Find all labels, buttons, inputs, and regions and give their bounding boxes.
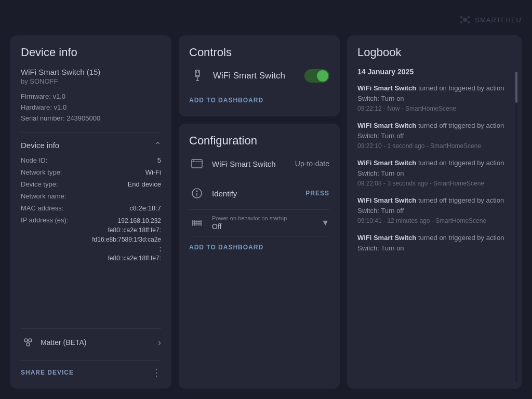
switch-label: WiFi Smart Switch <box>213 71 297 81</box>
svg-point-4 <box>468 21 470 24</box>
mac-label: MAC address: <box>21 204 63 212</box>
log-device-1: WiFi Smart Switch <box>357 84 416 92</box>
log-text-5: WiFi Smart Switch turned on triggered by… <box>357 233 509 253</box>
logo-area: SMARTFHEU <box>459 14 522 25</box>
node-id-label: Node ID: <box>21 156 47 164</box>
svg-point-11 <box>26 343 30 346</box>
matter-row[interactable]: Matter (BETA) › <box>21 328 161 356</box>
log-device-2: WiFi Smart Switch <box>357 122 416 129</box>
matter-left: Matter (BETA) <box>21 335 86 350</box>
identify-row: Identify PRESS <box>189 185 329 201</box>
network-type-label: Network type: <box>21 168 62 176</box>
log-entries-list: WiFi Smart Switch turned on triggered by… <box>357 83 511 378</box>
ip-value-5: fe80::ca2e:18ff:fe7: <box>92 254 161 263</box>
controls-add-dashboard-button[interactable]: ADD TO DASHBOARD <box>189 95 263 106</box>
more-options-button[interactable]: ⋮ <box>152 367 161 378</box>
firmware-info: Firmware: v1.0 <box>21 92 161 100</box>
mac-value: c8:2e:18:7 <box>129 204 161 212</box>
configuration-title: Configuration <box>189 134 329 148</box>
log-time-2: 09:22:10 - 1 second ago - SmartHomeScene <box>357 142 509 150</box>
log-time-1: 09:22:12 - Now - SmartHomeScene <box>357 105 509 112</box>
ip-value-3: fd16:e8b:7589:1f3d:ca2e <box>92 235 161 244</box>
network-type-row: Network type: Wi-Fi <box>21 168 161 176</box>
config-device-label: WiFi Smart Switch <box>212 159 288 168</box>
log-time-3: 09:22:08 - 3 seconds ago - SmartHomeScen… <box>357 180 509 187</box>
switch-row: WiFi Smart Switch <box>189 68 329 84</box>
power-on-row: Power-on behavior on startup Off ▼ <box>189 215 329 231</box>
logbook-card: Logbook 14 January 2025 WiFi Smart Switc… <box>347 35 522 389</box>
identify-icon <box>189 185 205 201</box>
svg-point-0 <box>463 18 467 22</box>
config-divider-2 <box>189 209 329 210</box>
log-entry-1: WiFi Smart Switch turned on triggered by… <box>357 83 509 112</box>
device-name: WiFi Smart Switch (15) <box>21 68 161 76</box>
configuration-card: Configuration WiFi Smart Switch Up-to-da… <box>179 124 340 389</box>
app-container: SMARTFHEU Device info WiFi Smart Switch … <box>0 0 532 399</box>
config-add-dashboard-button[interactable]: ADD TO DASHBOARD <box>189 242 263 253</box>
scrollbar-track[interactable] <box>515 72 517 382</box>
divider-1 <box>21 132 161 133</box>
device-info-section-header: Device info ⌃ <box>21 140 161 150</box>
device-info-card: Device info WiFi Smart Switch (15) by SO… <box>10 35 171 389</box>
plug-icon <box>189 68 206 84</box>
power-on-label: Power-on behavior on startup <box>212 215 314 221</box>
scrollbar-thumb[interactable] <box>515 72 517 103</box>
log-entry-4: WiFi Smart Switch turned off triggered b… <box>357 195 509 224</box>
ip-values: 192.168.10.232 fe80::ca2e:18ff:fe7: fd16… <box>92 216 161 263</box>
share-device-button[interactable]: SHARE DEVICE <box>21 369 74 376</box>
main-content: Device info WiFi Smart Switch (15) by SO… <box>10 35 522 389</box>
identify-label: Identify <box>212 189 298 198</box>
dropdown-arrow-icon[interactable]: ▼ <box>321 218 329 228</box>
ip-value-4: ; <box>92 244 161 254</box>
identify-press-button[interactable]: PRESS <box>305 190 329 197</box>
power-on-section: Power-on behavior on startup Off <box>212 215 314 231</box>
card-footer: SHARE DEVICE ⋮ <box>21 360 161 378</box>
node-id-value: 5 <box>157 156 161 164</box>
svg-rect-20 <box>192 159 202 168</box>
log-device-5: WiFi Smart Switch <box>357 234 416 242</box>
config-device-icon <box>189 156 205 171</box>
chevron-up-icon[interactable]: ⌃ <box>154 140 161 150</box>
power-on-icon <box>189 215 205 231</box>
network-name-label: Network name: <box>21 192 66 200</box>
logo-icon <box>459 14 471 25</box>
log-device-4: WiFi Smart Switch <box>357 196 416 204</box>
ip-row: IP address (es): 192.168.10.232 fe80::ca… <box>21 216 161 263</box>
log-text-3: WiFi Smart Switch turned on triggered by… <box>357 158 509 178</box>
ip-value-1: 192.168.10.232 <box>92 216 161 225</box>
log-date: 14 January 2025 <box>357 68 511 76</box>
device-info-title: Device info <box>21 46 161 59</box>
matter-arrow-icon: › <box>158 337 161 348</box>
config-device-row: WiFi Smart Switch Up-to-date <box>189 156 329 171</box>
matter-icon <box>21 335 35 350</box>
svg-point-3 <box>460 21 463 24</box>
log-entry-3: WiFi Smart Switch turned on triggered by… <box>357 158 509 187</box>
hardware-info: Hardware: v1.0 <box>21 103 161 111</box>
matter-label: Matter (BETA) <box>41 338 86 347</box>
wifi-switch-toggle[interactable] <box>304 69 329 83</box>
logbook-title: Logbook <box>357 46 511 59</box>
device-type-label: Device type: <box>21 180 58 188</box>
ip-label: IP address (es): <box>21 216 69 224</box>
svg-rect-15 <box>195 70 200 75</box>
network-name-row: Network name: <box>21 192 161 200</box>
device-info-section-title: Device info <box>21 141 59 150</box>
device-brand: by SONOFF <box>21 77 161 85</box>
controls-card: Controls WiFi Smart Switch <box>179 35 340 116</box>
svg-point-24 <box>196 191 198 192</box>
node-id-row: Node ID: 5 <box>21 156 161 164</box>
log-device-3: WiFi Smart Switch <box>357 159 416 167</box>
log-entry-5: WiFi Smart Switch turned on triggered by… <box>357 233 509 253</box>
config-divider-1 <box>189 180 329 180</box>
controls-title: Controls <box>189 46 329 59</box>
config-device-status: Up-to-date <box>295 159 329 168</box>
middle-column: Controls WiFi Smart Switch <box>179 35 340 389</box>
log-entry-2: WiFi Smart Switch turned off triggered b… <box>357 121 509 150</box>
svg-point-2 <box>468 16 470 19</box>
top-bar: SMARTFHEU <box>10 10 522 29</box>
network-type-value: Wi-Fi <box>145 168 161 176</box>
svg-point-1 <box>460 16 463 19</box>
config-divider-3 <box>189 236 329 236</box>
log-time-4: 09:10:41 - 12 minutes ago - SmartHomeSce… <box>357 217 509 224</box>
device-type-row: Device type: End device <box>21 180 161 188</box>
